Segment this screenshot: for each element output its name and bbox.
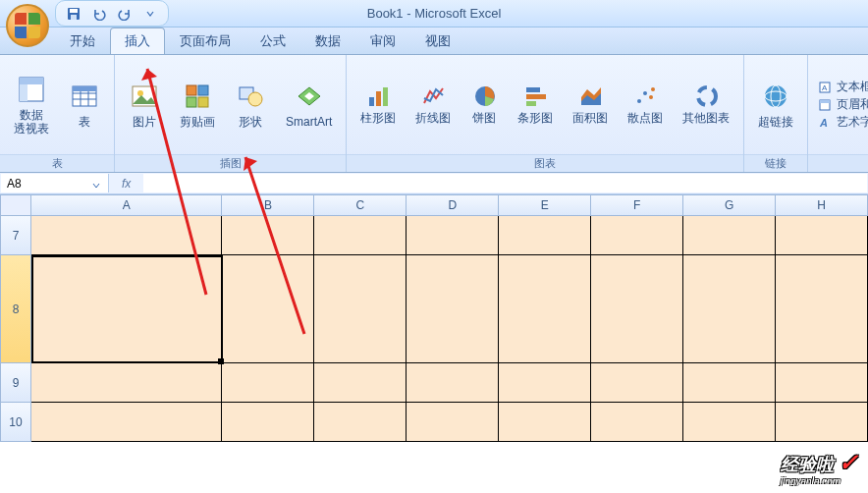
textbox-label: 文本框 — [837, 80, 868, 94]
cell-F9[interactable] — [591, 363, 683, 403]
ribbon: 数据 透视表 表 表 图片 剪贴画 形状 — [0, 55, 868, 173]
office-button[interactable] — [6, 4, 49, 47]
svg-rect-26 — [526, 101, 536, 106]
cell-B8[interactable] — [223, 255, 315, 363]
cell-B7[interactable] — [222, 216, 314, 255]
cell-H8[interactable] — [776, 255, 868, 363]
cell-A7[interactable] — [31, 216, 222, 255]
cell-H9[interactable] — [776, 363, 868, 403]
col-header-G[interactable]: G — [683, 194, 776, 216]
ribbon-group-illustrations: 图片 剪贴画 形状 SmartArt 插图 — [115, 55, 347, 172]
cell-F7[interactable] — [591, 216, 683, 255]
row-header-8[interactable]: 8 — [0, 255, 31, 363]
cell-E8[interactable] — [499, 255, 591, 363]
cell-G7[interactable] — [683, 216, 776, 255]
cell-C8[interactable] — [314, 255, 407, 363]
svg-point-32 — [765, 85, 787, 107]
svg-text:A: A — [822, 83, 828, 92]
tab-insert[interactable]: 插入 — [110, 27, 165, 54]
cell-G8[interactable] — [683, 255, 776, 363]
cell-A10[interactable] — [31, 403, 222, 442]
textbox-button[interactable]: A文本框 — [818, 80, 868, 94]
headerfooter-icon — [818, 98, 832, 112]
col-header-D[interactable]: D — [407, 194, 499, 216]
cell-C9[interactable] — [314, 363, 407, 403]
cell-D10[interactable] — [407, 403, 499, 442]
picture-button[interactable]: 图片 — [123, 77, 166, 134]
smartart-button[interactable]: SmartArt — [280, 77, 338, 134]
formula-input[interactable] — [143, 174, 867, 192]
cell-D9[interactable] — [407, 363, 499, 403]
tab-formulas[interactable]: 公式 — [245, 27, 300, 54]
pie-chart-button[interactable]: 饼图 — [464, 81, 504, 130]
fx-button[interactable]: fx — [110, 173, 142, 193]
checkmark-icon: ✓ — [839, 449, 858, 475]
cell-G9[interactable] — [683, 363, 776, 403]
tab-data[interactable]: 数据 — [300, 27, 355, 54]
cell-E10[interactable] — [499, 403, 591, 442]
cell-D8[interactable] — [407, 255, 499, 363]
clipart-button[interactable]: 剪贴画 — [174, 77, 221, 134]
cell-B10[interactable] — [222, 403, 314, 442]
cell-H7[interactable] — [776, 216, 868, 255]
column-chart-button[interactable]: 柱形图 — [354, 81, 402, 130]
svg-point-30 — [651, 87, 655, 91]
col-header-C[interactable]: C — [314, 194, 407, 216]
cell-E7[interactable] — [499, 216, 591, 255]
table-button[interactable]: 表 — [63, 77, 106, 134]
bar-chart-label: 条形图 — [517, 112, 553, 126]
svg-rect-22 — [383, 87, 388, 106]
tab-review[interactable]: 审阅 — [355, 27, 410, 54]
qat-dropdown-icon[interactable] — [142, 6, 158, 22]
headerfooter-button[interactable]: 页眉和页 — [818, 97, 868, 112]
other-chart-label: 其他图表 — [682, 112, 730, 126]
pie-chart-label: 饼图 — [472, 112, 496, 126]
cell-C7[interactable] — [314, 216, 407, 255]
pivot-table-button[interactable]: 数据 透视表 — [8, 70, 55, 140]
title-bar: Book1 - Microsoft Excel — [0, 0, 868, 27]
col-header-B[interactable]: B — [222, 194, 314, 216]
cell-G10[interactable] — [683, 403, 776, 442]
cell-H10[interactable] — [776, 403, 868, 442]
undo-icon[interactable] — [91, 6, 107, 22]
ribbon-group-charts: 柱形图 折线图 饼图 条形图 面积图 散点图 — [347, 55, 744, 172]
cell-B9[interactable] — [222, 363, 314, 403]
area-chart-button[interactable]: 面积图 — [567, 81, 614, 130]
line-chart-button[interactable]: 折线图 — [409, 81, 457, 130]
tab-view[interactable]: 视图 — [410, 27, 465, 54]
hyperlink-label: 超链接 — [758, 116, 793, 130]
cell-F10[interactable] — [591, 403, 683, 442]
row-header-7[interactable]: 7 — [0, 216, 31, 255]
cell-D7[interactable] — [407, 216, 499, 255]
col-header-H[interactable]: H — [776, 194, 868, 216]
tab-home[interactable]: 开始 — [55, 27, 110, 54]
ribbon-group-links: 超链接 链接 — [744, 55, 808, 172]
col-header-A[interactable]: A — [31, 194, 222, 216]
tab-pagelayout[interactable]: 页面布局 — [165, 27, 245, 54]
bar-chart-button[interactable]: 条形图 — [512, 81, 559, 130]
hyperlink-button[interactable]: 超链接 — [752, 77, 799, 134]
redo-icon[interactable] — [117, 6, 133, 22]
col-header-F[interactable]: F — [591, 194, 683, 216]
name-box-dropdown-icon[interactable] — [92, 179, 102, 189]
row-header-10[interactable]: 10 — [0, 403, 31, 442]
other-chart-icon — [694, 84, 718, 108]
scatter-chart-button[interactable]: 散点图 — [622, 81, 669, 130]
cell-F8[interactable] — [591, 255, 683, 363]
cell-C10[interactable] — [314, 403, 407, 442]
other-chart-button[interactable]: 其他图表 — [677, 81, 735, 130]
shapes-button[interactable]: 形状 — [229, 77, 272, 134]
cell-A9[interactable] — [31, 363, 222, 403]
watermark: 经验啦 ✓ jingyanla.com — [781, 449, 858, 487]
headerfooter-label: 页眉和页 — [837, 97, 868, 112]
select-all-corner[interactable] — [0, 194, 31, 216]
svg-point-19 — [248, 92, 262, 106]
save-icon[interactable] — [66, 6, 81, 22]
office-logo-icon — [15, 13, 40, 38]
cell-A8[interactable] — [31, 255, 223, 363]
name-box[interactable]: A8 — [1, 174, 109, 192]
cell-E9[interactable] — [499, 363, 591, 403]
wordart-button[interactable]: A艺术字 — [818, 115, 868, 130]
col-header-E[interactable]: E — [499, 194, 591, 216]
row-header-9[interactable]: 9 — [0, 363, 31, 403]
